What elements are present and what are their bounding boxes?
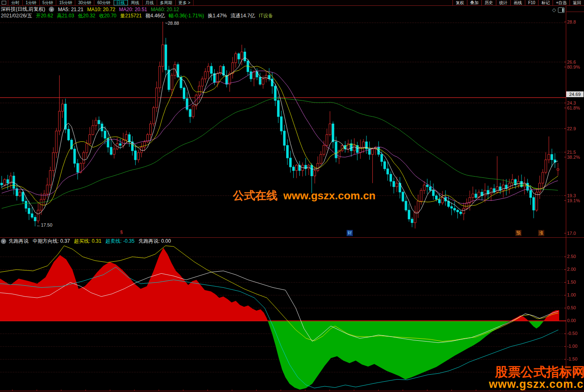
watermark-site-url: www.gszx.com.cn xyxy=(489,379,584,390)
indicator-collapse-icon[interactable]: ∨ xyxy=(1,239,6,244)
price-axis-label: 80.9% xyxy=(567,65,580,69)
event-marker[interactable]: 涨 xyxy=(538,230,544,236)
indicator-axis-label: 0.00 xyxy=(567,318,576,323)
indicator-value: 中期方向线: 0.37 xyxy=(33,238,70,244)
indicator-axis-label: 1.00 xyxy=(567,293,576,297)
price-axis-label: 61.8% xyxy=(567,106,580,110)
indicator-values: 中期方向线: 0.37超买线: 0.31超卖线: -0.35先跑再说: 0.00 xyxy=(33,238,175,245)
event-marker[interactable]: 财 xyxy=(347,230,353,236)
price-axis-label: 26.6 xyxy=(567,60,576,65)
watermark-bottom-right: 股票公式指标网 www.gszx.com.cn xyxy=(489,366,584,390)
event-marker[interactable]: § xyxy=(118,229,124,235)
indicator-axis-label: -1.00 xyxy=(567,344,577,349)
indicator-header: ∨ 先跑再说 中期方向线: 0.37超买线: 0.31超卖线: -0.35先跑再… xyxy=(1,238,175,244)
indicator-value: 先跑再说: 0.00 xyxy=(139,238,171,244)
indicator-value: 超卖线: -0.35 xyxy=(105,238,134,244)
indicator-axis-label: 2.50 xyxy=(567,254,576,259)
watermark-site-name: 股票公式指标网 xyxy=(489,366,584,379)
price-axis-label: 17.0 xyxy=(567,231,576,236)
indicator-axis-label: -1.50 xyxy=(567,357,577,361)
price-axis-label: 19.3 xyxy=(567,194,576,198)
indicator-title[interactable]: 先跑再说 xyxy=(9,238,29,245)
price-axis-label: 22.9 xyxy=(567,127,576,131)
indicator-axis-label: -0.50 xyxy=(567,331,577,336)
price-axis-label: 28.8 xyxy=(567,20,576,24)
trading-app-window: 分时1分钟5分钟15分钟30分钟60分钟日线周线月线多周期更多 > 复权叠加历史… xyxy=(0,0,584,392)
watermark-center-title: 公式在线 xyxy=(233,188,278,203)
indicator-value: 超买线: 0.31 xyxy=(74,238,101,244)
high-price-annotation: ~28.88 xyxy=(165,21,179,26)
watermark-center: 公式在线 www.gszx.com.cn xyxy=(233,188,376,203)
event-marker[interactable]: 预 xyxy=(515,230,522,236)
price-axis-label: 21.5 xyxy=(567,150,576,155)
low-price-annotation: ←17.50 xyxy=(36,222,53,227)
indicator-axis-label: 0.50 xyxy=(567,306,576,310)
drawn-line-price-box[interactable]: 24.69 xyxy=(566,91,584,97)
indicator-axis-label: 2.00 xyxy=(567,267,576,272)
indicator-axis-label: 1.50 xyxy=(567,280,576,284)
price-axis-label: 19.1% xyxy=(567,198,580,203)
price-axis-label: 24.3 xyxy=(567,101,576,105)
watermark-center-url: www.gszx.com.cn xyxy=(283,189,376,202)
price-axis-label: 38.2% xyxy=(567,155,580,160)
